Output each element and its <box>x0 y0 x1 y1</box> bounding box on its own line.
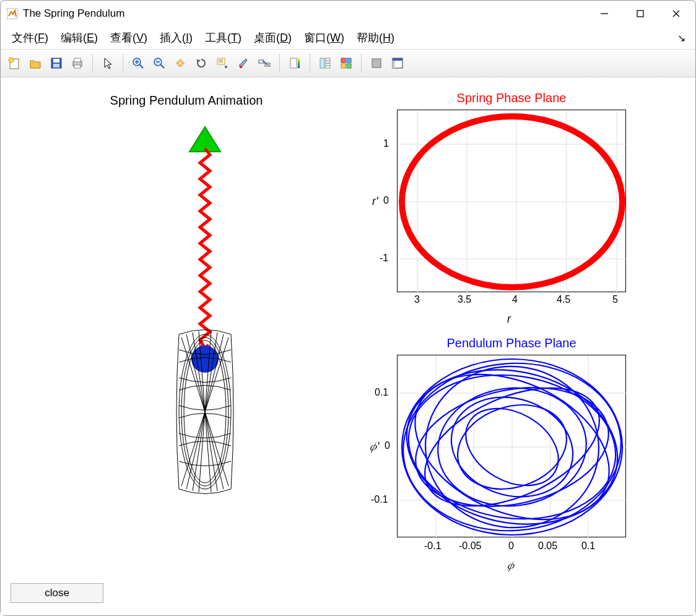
animation-canvas <box>50 115 323 536</box>
colorbar-button[interactable] <box>285 53 305 73</box>
menu-insert[interactable]: 插入(I) <box>154 28 199 48</box>
dock-arrow-icon[interactable]: ↘ <box>677 32 690 44</box>
plot-catalog-button[interactable] <box>336 53 356 73</box>
show-plot-tools-button[interactable] <box>388 53 407 73</box>
svg-rect-28 <box>298 58 300 68</box>
menu-tools[interactable]: 工具(T) <box>199 28 248 48</box>
zoom-in-button[interactable] <box>128 53 148 73</box>
pend-xtick-p05: 0.05 <box>538 540 557 552</box>
zoom-out-button[interactable] <box>149 53 169 73</box>
maximize-button[interactable] <box>622 1 658 26</box>
svg-rect-37 <box>347 64 351 68</box>
menu-edit[interactable]: 编辑(E) <box>54 28 104 48</box>
pend-xtick-0: 0 <box>508 540 514 552</box>
hide-plot-tools-button[interactable] <box>367 53 386 73</box>
spring-xtick-5: 5 <box>612 294 618 305</box>
menu-file[interactable]: 文件(F) <box>6 28 54 48</box>
svg-rect-40 <box>393 58 402 61</box>
link-button[interactable] <box>254 53 274 73</box>
pan-button[interactable] <box>170 53 190 73</box>
pend-xtick-n05: -0.05 <box>459 540 481 552</box>
print-button[interactable] <box>67 53 87 73</box>
close-window-button[interactable] <box>658 1 694 26</box>
spring-xtick-3: 3 <box>414 294 420 305</box>
menubar: 文件(F) 编辑(E) 查看(V) 插入(I) 工具(T) 桌面(D) 窗口(W… <box>1 27 695 49</box>
svg-rect-12 <box>74 65 80 68</box>
svg-rect-8 <box>53 59 59 63</box>
pointer-button[interactable] <box>98 53 118 73</box>
pend-ytick-n1: -0.1 <box>371 494 388 505</box>
rotate-button[interactable] <box>191 53 211 73</box>
figure-area: Spring Pendulum Animation <box>1 77 695 615</box>
pend-xtick-n1: -0.1 <box>424 540 442 552</box>
window-controls <box>586 1 694 26</box>
pend-ytick-p1: 0.1 <box>375 387 388 398</box>
spring-phase-title: Spring Phase Plane <box>397 91 626 105</box>
spring-ytick-1: 1 <box>383 138 389 149</box>
open-button[interactable] <box>25 53 45 73</box>
svg-rect-34 <box>341 58 346 63</box>
svg-point-23 <box>225 66 227 68</box>
datatip-button[interactable] <box>212 53 232 73</box>
svg-marker-42 <box>189 127 220 152</box>
svg-rect-35 <box>347 58 351 63</box>
svg-line-16 <box>139 64 143 68</box>
matlab-icon <box>7 8 18 19</box>
new-figure-button[interactable] <box>4 53 24 73</box>
pend-xtick-p1: 0.1 <box>581 540 595 552</box>
window-title: The Spring Pendulum <box>23 7 586 20</box>
svg-rect-20 <box>217 58 225 64</box>
svg-rect-41 <box>393 61 395 68</box>
svg-rect-27 <box>290 58 297 68</box>
svg-rect-2 <box>637 11 643 17</box>
rp-axis-label: r' <box>372 195 378 208</box>
svg-rect-11 <box>74 58 80 62</box>
menu-window[interactable]: 窗口(W) <box>298 28 350 48</box>
spring-xtick-4: 4 <box>512 294 518 305</box>
toolbar <box>1 49 695 77</box>
close-button[interactable]: close <box>11 583 103 603</box>
svg-point-6 <box>9 58 14 63</box>
animation-title: Spring Pendulum Animation <box>63 93 310 108</box>
phip-axis-label: 𝜙' <box>370 440 379 453</box>
spring-xtick-35: 3.5 <box>458 294 471 305</box>
pend-ytick-0: 0 <box>385 440 390 451</box>
svg-rect-24 <box>240 66 242 68</box>
pendulum-phase-title: Pendulum Phase Plane <box>397 336 626 350</box>
pendulum-phase-axes[interactable] <box>397 355 626 537</box>
spring-phase-axes[interactable] <box>397 110 626 292</box>
svg-rect-9 <box>53 64 59 67</box>
titlebar: The Spring Pendulum <box>1 1 695 27</box>
phi-axis-label: 𝜙 <box>507 559 515 572</box>
spring-xtick-45: 4.5 <box>557 294 570 305</box>
minimize-button[interactable] <box>586 1 622 26</box>
spring-ytick-n1: -1 <box>380 253 388 264</box>
svg-rect-38 <box>372 59 381 67</box>
svg-rect-36 <box>341 64 346 68</box>
save-button[interactable] <box>46 53 66 73</box>
menu-desktop[interactable]: 桌面(D) <box>248 28 298 48</box>
spring-ytick-0: 0 <box>383 195 389 206</box>
svg-rect-29 <box>320 58 324 68</box>
menu-help[interactable]: 帮助(H) <box>350 28 401 48</box>
r-axis-label: r <box>507 313 511 326</box>
menu-view[interactable]: 查看(V) <box>104 28 154 48</box>
svg-line-19 <box>160 64 164 68</box>
brush-button[interactable] <box>233 53 253 73</box>
legend-button[interactable] <box>315 53 335 73</box>
figure-window: The Spring Pendulum 文件(F) 编辑(E) 查看(V) 插入… <box>0 0 696 616</box>
